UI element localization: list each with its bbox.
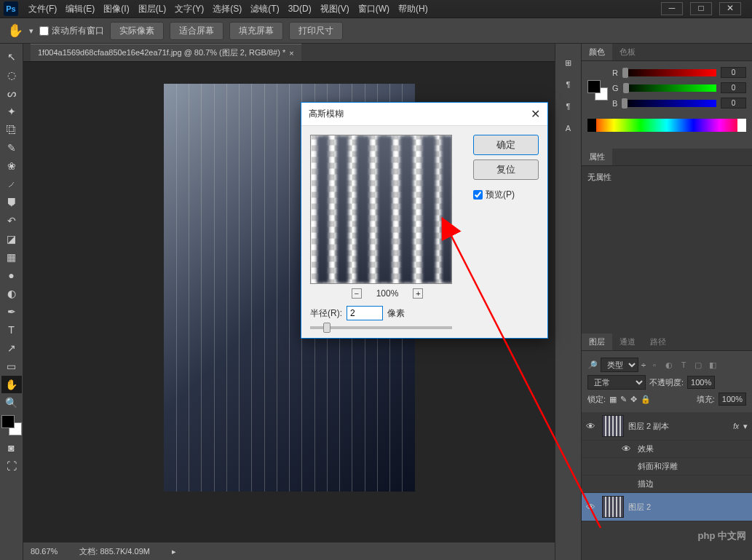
visibility-icon[interactable]: 👁 xyxy=(586,502,598,513)
reset-button[interactable]: 复位 xyxy=(473,159,539,180)
menu-help[interactable]: 帮助(H) xyxy=(394,3,432,15)
rail-icon-3[interactable]: ¶ xyxy=(558,96,579,117)
status-arrow-icon[interactable]: ▸ xyxy=(172,547,176,556)
layer-effect-item[interactable]: 👁 效果 xyxy=(582,441,752,458)
minimize-button[interactable]: ─ xyxy=(661,2,683,15)
rail-icon-2[interactable]: ¶ xyxy=(558,74,579,95)
actual-pixels-button[interactable]: 实际像素 xyxy=(110,22,164,40)
radius-input[interactable] xyxy=(347,306,383,320)
radius-slider[interactable] xyxy=(310,326,452,329)
crop-tool[interactable]: ⿻ xyxy=(1,121,22,138)
document-tab[interactable]: 1f004a1569d68cfaa850e16e42ea71f.jpg @ 80… xyxy=(31,44,301,61)
lasso-tool[interactable]: ᔕ xyxy=(1,84,22,102)
shape-tool[interactable]: ▭ xyxy=(1,358,22,375)
fg-swatch[interactable] xyxy=(587,80,601,93)
lock-paint-icon[interactable]: ✎ xyxy=(620,395,627,404)
radius-slider-handle[interactable] xyxy=(323,323,331,333)
menu-file[interactable]: 文件(F) xyxy=(24,3,61,15)
layer-thumbnail[interactable] xyxy=(602,415,624,437)
menu-window[interactable]: 窗口(W) xyxy=(354,3,394,15)
color-swatch[interactable] xyxy=(587,80,608,100)
fill-screen-button[interactable]: 填充屏幕 xyxy=(229,22,283,40)
path-tool[interactable]: ↗ xyxy=(1,339,22,357)
dialog-preview[interactable] xyxy=(310,135,452,284)
collapse-icon[interactable]: ▾ xyxy=(743,422,748,431)
zoom-tool[interactable]: 🔍 xyxy=(1,394,22,411)
history-brush-tool[interactable]: ↶ xyxy=(1,212,22,229)
filter-adjust-icon[interactable]: ◐ xyxy=(663,359,675,371)
foreground-color-swatch[interactable] xyxy=(1,415,15,428)
b-value[interactable] xyxy=(721,98,746,109)
lock-pos-icon[interactable]: ✥ xyxy=(630,395,637,404)
fill-value[interactable]: 100% xyxy=(719,393,746,406)
brush-tool[interactable]: ⟋ xyxy=(1,176,22,193)
filter-type-icon[interactable]: T xyxy=(678,359,689,371)
layer-effect-item[interactable]: 斜面和浮雕 xyxy=(582,458,752,476)
menu-text[interactable]: 文字(Y) xyxy=(170,3,208,15)
menu-view[interactable]: 视图(V) xyxy=(316,3,354,15)
color-swatch-tool[interactable] xyxy=(1,415,22,435)
dropdown-icon[interactable]: ▾ xyxy=(29,26,33,36)
layer-name[interactable]: 图层 2 副本 xyxy=(628,421,729,432)
filter-shape-icon[interactable]: ▢ xyxy=(692,359,704,371)
fx-badge[interactable]: fx xyxy=(733,422,739,430)
type-tool[interactable]: T xyxy=(1,321,22,339)
eraser-tool[interactable]: ◪ xyxy=(1,230,22,248)
b-slider[interactable] xyxy=(622,100,716,107)
g-value[interactable] xyxy=(721,82,746,93)
r-slider[interactable] xyxy=(622,69,716,76)
layer-filter-type[interactable]: 类型 xyxy=(601,358,638,372)
visibility-icon[interactable]: 👁 xyxy=(586,421,598,432)
move-tool[interactable]: ↖ xyxy=(1,48,22,66)
tab-color[interactable]: 颜色 xyxy=(582,44,612,60)
lock-trans-icon[interactable]: ▦ xyxy=(609,395,617,404)
document-tab-close-icon[interactable]: × xyxy=(289,49,293,58)
blend-mode-select[interactable]: 正常 xyxy=(587,375,646,390)
menu-filter[interactable]: 滤镜(T) xyxy=(246,3,283,15)
menu-select[interactable]: 选择(S) xyxy=(208,3,246,15)
r-value[interactable] xyxy=(721,67,746,78)
layer-item[interactable]: 👁 图层 2 xyxy=(582,493,752,521)
tab-channels[interactable]: 通道 xyxy=(612,334,643,350)
close-button[interactable]: ✕ xyxy=(719,2,741,15)
hand-tool[interactable]: ✋ xyxy=(1,376,22,393)
screenmode-tool[interactable]: ⛶ xyxy=(1,457,22,475)
eyedropper-tool[interactable]: ✎ xyxy=(1,139,22,157)
preview-checkbox[interactable]: 预览(P) xyxy=(473,189,539,201)
layer-item[interactable]: 👁 图层 2 副本 fx ▾ xyxy=(582,412,752,441)
tab-paths[interactable]: 路径 xyxy=(643,334,673,350)
pen-tool[interactable]: ✒ xyxy=(1,303,22,320)
tab-layers[interactable]: 图层 xyxy=(582,334,612,350)
opacity-value[interactable]: 100% xyxy=(687,376,715,389)
wand-tool[interactable]: ✦ xyxy=(1,103,22,120)
print-size-button[interactable]: 打印尺寸 xyxy=(289,22,343,40)
ok-button[interactable]: 确定 xyxy=(473,135,539,155)
tab-swatch[interactable]: 色板 xyxy=(612,44,643,60)
filter-smart-icon[interactable]: ◧ xyxy=(707,359,719,371)
dodge-tool[interactable]: ◐ xyxy=(1,285,22,302)
blur-tool[interactable]: ● xyxy=(1,267,22,284)
menu-image[interactable]: 图像(I) xyxy=(99,3,133,15)
maximize-button[interactable]: □ xyxy=(690,2,712,15)
rail-icon-1[interactable]: ⊞ xyxy=(558,52,579,73)
quickmask-tool[interactable]: ◙ xyxy=(1,439,22,457)
scroll-all-check[interactable] xyxy=(39,26,49,36)
menu-3d[interactable]: 3D(D) xyxy=(284,4,316,14)
tab-properties[interactable]: 属性 xyxy=(582,149,612,165)
filter-pixel-icon[interactable]: ▫ xyxy=(649,359,660,371)
zoom-in-button[interactable]: + xyxy=(413,288,423,299)
layer-thumbnail[interactable] xyxy=(602,496,624,518)
menu-edit[interactable]: 编辑(E) xyxy=(61,3,99,15)
fit-screen-button[interactable]: 适合屏幕 xyxy=(170,22,223,40)
stamp-tool[interactable]: ⛊ xyxy=(1,194,22,211)
dialog-close-icon[interactable]: ✕ xyxy=(531,107,540,121)
zoom-out-button[interactable]: − xyxy=(352,288,362,299)
g-slider[interactable] xyxy=(623,84,716,92)
lock-all-icon[interactable]: 🔒 xyxy=(641,395,651,404)
menu-layer[interactable]: 图层(L) xyxy=(134,3,171,15)
layer-effect-item[interactable]: 描边 xyxy=(582,476,752,493)
gradient-tool[interactable]: ▦ xyxy=(1,248,22,266)
rail-icon-4[interactable]: A xyxy=(558,118,579,138)
preview-check-input[interactable] xyxy=(473,190,483,200)
visibility-icon[interactable]: 👁 xyxy=(622,443,633,454)
